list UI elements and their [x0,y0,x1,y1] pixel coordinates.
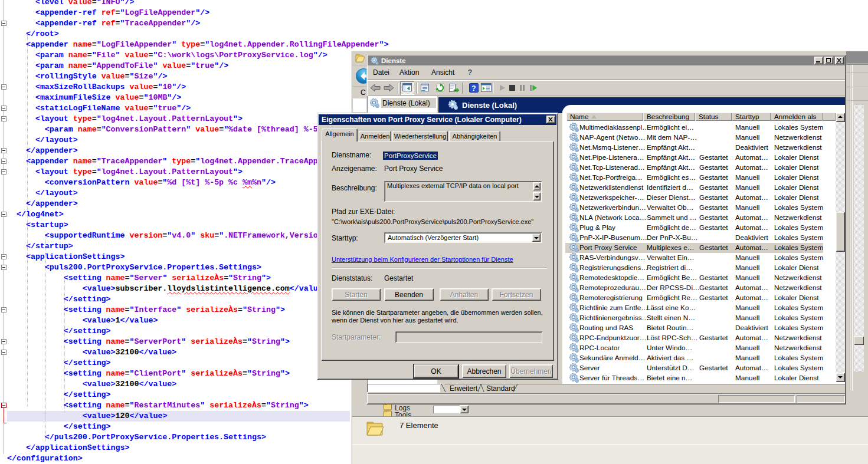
svg-text:?: ? [471,84,476,93]
